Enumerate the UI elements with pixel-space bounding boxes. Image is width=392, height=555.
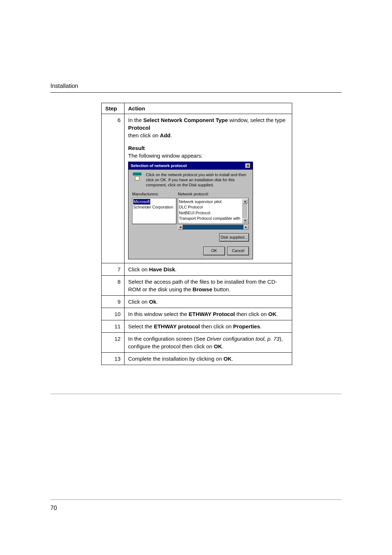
page-number: 70 bbox=[50, 505, 57, 511]
table-row: 12 In the configuration screen (See Driv… bbox=[102, 332, 292, 352]
step-action: Click on Have Disk. bbox=[124, 263, 292, 275]
text-bold: Select Network Component Type bbox=[143, 117, 228, 123]
scroll-left-icon[interactable]: ◄ bbox=[178, 225, 183, 230]
network-icon bbox=[132, 173, 142, 181]
list-item[interactable]: Network supervisor pilot bbox=[179, 199, 221, 204]
list-item[interactable]: NetBEUI Protocol bbox=[179, 211, 210, 215]
step-action: In the Select Network Component Type win… bbox=[124, 114, 292, 263]
table-row: 9 Click on Ok. bbox=[102, 295, 292, 308]
step-num: 12 bbox=[102, 332, 124, 352]
steps-table: Step Action 6 In the Select Network Comp… bbox=[101, 103, 292, 365]
result-label: Result bbox=[128, 145, 145, 151]
ok-button[interactable]: OK bbox=[203, 247, 225, 255]
table-row: 10 In this window select the ETHWAY Prot… bbox=[102, 308, 292, 320]
manufacturers-listbox[interactable]: Microsoft Schneider Corporation bbox=[132, 198, 176, 224]
scroll-up-icon[interactable]: ▲ bbox=[243, 199, 248, 204]
table-row: 13 Complete the installation by clicking… bbox=[102, 352, 292, 365]
header-rule bbox=[50, 92, 342, 93]
footer-rule-bottom bbox=[50, 499, 342, 500]
table-row: 7 Click on Have Disk. bbox=[102, 263, 292, 275]
text: . bbox=[171, 132, 172, 138]
manufacturers-label: Manufacturers: bbox=[132, 191, 178, 197]
list-item[interactable]: Transport Protocol compatible with NWLin… bbox=[179, 216, 240, 223]
result-text: The following window appears: bbox=[128, 153, 203, 159]
step-num: 10 bbox=[102, 308, 124, 320]
footer-rule-top bbox=[50, 394, 342, 394]
step-num: 7 bbox=[102, 263, 124, 275]
step-num: 9 bbox=[102, 295, 124, 308]
table-row: 11 Select the ETHWAY protocol then click… bbox=[102, 320, 292, 332]
close-icon[interactable]: ✕ bbox=[245, 163, 250, 168]
text: then click on bbox=[128, 132, 160, 138]
step-action: In the configuration screen (See Driver … bbox=[124, 332, 292, 352]
dialog-info-text: Click on the network protocol you wish t… bbox=[146, 173, 249, 187]
disk-supplied-button[interactable]: Disk supplied... bbox=[219, 233, 249, 242]
scrollbar-vertical[interactable]: ▲ ▼ bbox=[242, 199, 248, 223]
step-num: 11 bbox=[102, 320, 124, 332]
list-item[interactable]: DLC Protocol bbox=[179, 205, 203, 209]
text: window, select the type bbox=[228, 117, 285, 123]
step-action: Select the ETHWAY protocol then click on… bbox=[124, 320, 292, 332]
step-action: Complete the installation by clicking on… bbox=[124, 352, 292, 365]
table-row: 8 Select the access path of the files to… bbox=[102, 275, 292, 295]
step-action: Click on Ok. bbox=[124, 295, 292, 308]
list-item[interactable]: Microsoft bbox=[133, 199, 150, 204]
protocol-listbox[interactable]: Network supervisor pilot DLC Protocol Ne… bbox=[178, 198, 249, 224]
dialog-titlebar: Selection of network protocol ✕ bbox=[128, 162, 253, 170]
text: In the bbox=[128, 117, 143, 123]
dialog-window: Selection of network protocol ✕ Click on… bbox=[128, 162, 253, 259]
col-action-header: Action bbox=[124, 103, 292, 114]
scroll-down-icon[interactable]: ▼ bbox=[243, 218, 248, 223]
list-item[interactable]: Schneider Corporation bbox=[133, 205, 173, 209]
text-bold: Protocol bbox=[128, 125, 150, 131]
text-bold: Add bbox=[160, 132, 171, 138]
col-step-header: Step bbox=[102, 103, 124, 114]
step-action: Select the access path of the files to b… bbox=[124, 275, 292, 295]
scroll-right-icon[interactable]: ► bbox=[244, 225, 249, 230]
cancel-button[interactable]: Cancel bbox=[227, 247, 249, 255]
step-num: 8 bbox=[102, 275, 124, 295]
dialog-title-text: Selection of network protocol bbox=[131, 163, 187, 169]
scrollbar-horizontal[interactable]: ◄ ► bbox=[178, 225, 249, 230]
step-num: 6 bbox=[102, 114, 124, 263]
step-action: In this window select the ETHWAY Protoco… bbox=[124, 308, 292, 320]
step-num: 13 bbox=[102, 352, 124, 365]
table-row: 6 In the Select Network Component Type w… bbox=[102, 114, 292, 263]
network-protocol-label: Network protocol: bbox=[178, 191, 209, 197]
page-header-section: Installation bbox=[50, 83, 342, 89]
